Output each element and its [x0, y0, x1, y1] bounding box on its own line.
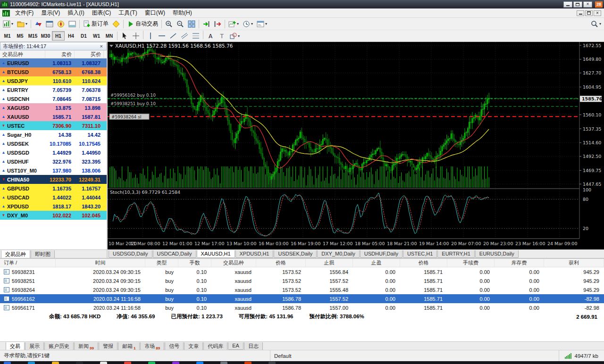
terminal-tab-7[interactable]: 信号	[165, 342, 184, 350]
market-watch-row-USDSGD[interactable]: ▲USDSGD1.449291.44950	[0, 148, 107, 157]
taskbar-icon-8[interactable]	[196, 362, 203, 364]
auto-scroll-toggle[interactable]	[201, 19, 212, 29]
taskbar-icon-1[interactable]	[28, 362, 35, 364]
market-watch-tab-0[interactable]: 交易品种	[1, 250, 30, 258]
timeframe-w1[interactable]: W1	[90, 31, 103, 41]
taskbar-icon-4[interactable]	[100, 362, 107, 364]
taskbar-icon-2[interactable]	[52, 362, 59, 364]
vertical-line-tool[interactable]	[145, 31, 156, 41]
order-row-59956162[interactable]: 599561622020.03.24 11:16:58buy0.10xauusd…	[0, 294, 604, 303]
autotrading-button[interactable]: 自动交易	[125, 19, 160, 29]
market-watch-row-XPDUSD[interactable]: ▲XPDUSD1818.171843.20	[0, 202, 107, 211]
chart-shift-toggle[interactable]	[212, 19, 223, 29]
search-button[interactable]: ▾	[589, 19, 603, 29]
market-watch-row-USDCAD[interactable]: ▲USDCAD1.440221.44044	[0, 193, 107, 202]
terminal-tab-6[interactable]: 市场89	[140, 342, 164, 350]
order-row-59938264[interactable]: 599382642020.03.24 09:30:15buy0.10xauusd…	[0, 285, 604, 294]
profiles-button[interactable]: ▾	[15, 19, 29, 29]
metaeditor-button[interactable]	[110, 19, 122, 29]
chart-tab-8[interactable]: EURTRY,H1	[437, 250, 475, 258]
zoom-out-button[interactable]	[175, 19, 186, 29]
order-row-59938231[interactable]: 599382312020.03.24 09:30:15buy0.10xauusd…	[0, 267, 604, 276]
orders-column-11[interactable]: 获利	[544, 259, 604, 267]
maximize-button[interactable]	[573, 1, 582, 8]
chart-tab-2[interactable]: XAUUSD,H1	[197, 250, 235, 258]
orders-column-1[interactable]: 时间	[56, 259, 145, 267]
timeframe-m30[interactable]: M30	[39, 31, 52, 41]
market-watch-row-XAUUSD[interactable]: ▲XAUUSD1585.711587.81	[0, 112, 107, 121]
text-tool[interactable]: A	[205, 31, 216, 41]
terminal-tab-1[interactable]: 展示	[25, 342, 44, 350]
terminal-tab-2[interactable]: 账户历史	[44, 342, 74, 350]
terminal-toggle[interactable]	[67, 19, 78, 29]
price-chart[interactable]: #59956162 buy 0.10#59938251 buy 0.10#599…	[108, 42, 603, 249]
mdi-minimize-button[interactable]	[577, 10, 584, 16]
timeframe-h4[interactable]: H4	[65, 31, 77, 41]
timeframe-d1[interactable]: D1	[77, 31, 90, 41]
new-order-button[interactable]: 新订单	[81, 19, 110, 29]
terminal-tab-4[interactable]: 警报	[99, 342, 117, 350]
market-watch-column-2[interactable]: 买价	[75, 50, 104, 58]
menu-item-6[interactable]: 帮助(H)	[169, 8, 196, 17]
taskbar-icon-9[interactable]	[220, 362, 227, 364]
terminal-tab-11[interactable]: 日志	[244, 342, 263, 350]
timeframe-mn[interactable]: MN	[103, 31, 116, 41]
market-watch-tab-1[interactable]: 即时图	[31, 250, 55, 258]
market-watch-row-Sugar_H0[interactable]: ▲Sugar_H014.3814.42	[0, 130, 107, 139]
chart-tab-7[interactable]: USTEC,H1	[403, 250, 437, 258]
market-watch-row-USDSEK[interactable]: ▲USDSEK10.1708510.17545	[0, 139, 107, 148]
minimize-button[interactable]	[563, 1, 572, 8]
taskbar-icon-6[interactable]	[148, 362, 155, 364]
orders-column-9[interactable]: 手续费	[447, 259, 495, 267]
chart-tab-9[interactable]: EURUSD,Daily	[475, 250, 519, 258]
orders-column-8[interactable]: 价格	[400, 259, 447, 267]
menu-item-0[interactable]: 文件(F)	[11, 8, 37, 17]
taskbar-icon-10[interactable]	[244, 362, 252, 364]
mdi-restore-button[interactable]	[585, 10, 593, 16]
mdi-close-button[interactable]: ×	[594, 10, 601, 16]
orders-column-0[interactable]: 订单 /	[0, 259, 56, 267]
channel-tool[interactable]	[179, 31, 190, 41]
chart-tab-1[interactable]: USDCAD,Daily	[153, 250, 196, 258]
orders-column-5[interactable]: 价格	[256, 259, 306, 267]
chart-tab-3[interactable]: XPDUSD,H1	[235, 250, 274, 258]
crosshair-tool[interactable]	[130, 31, 142, 41]
trendline-tool[interactable]	[168, 31, 179, 41]
market-watch-row-USDCNH[interactable]: ▲USDCNH7.086457.08715	[0, 94, 107, 103]
cursor-tool[interactable]	[119, 31, 130, 41]
tile-windows-button[interactable]	[186, 19, 197, 29]
menu-item-3[interactable]: 图表(C)	[88, 8, 115, 17]
market-watch-row-EURTRY[interactable]: ▲EURTRY7.057397.06378	[0, 85, 107, 94]
chart-tab-6[interactable]: USDHUF,Daily	[360, 250, 403, 258]
chart-tab-5[interactable]: DXY_M0,Daily	[317, 250, 360, 258]
chart-tab-4[interactable]: USDSEK,Daily	[274, 250, 317, 258]
market-watch-row-USTEC[interactable]: ▼USTEC7306.907311.10	[0, 121, 107, 130]
taskbar-icon-3[interactable]	[76, 362, 83, 364]
orders-column-7[interactable]: 止盈	[353, 259, 400, 267]
zoom-in-button[interactable]	[163, 19, 175, 29]
market-watch-row-BTCUSD[interactable]: ▲BTCUSD6758.136768.38	[0, 67, 107, 76]
market-watch-row-USDHUF[interactable]: ▲USDHUF322.976323.395	[0, 157, 107, 166]
market-watch-row-UST10Y_M0[interactable]: ▲UST10Y_M0137.980138.006	[0, 166, 107, 175]
taskbar-icon-7[interactable]	[172, 362, 179, 364]
terminal-tab-9[interactable]: 代码库	[203, 342, 227, 350]
market-watch-column-0[interactable]: 交易品种	[0, 50, 45, 58]
indicators-menu[interactable]: ▾	[226, 19, 241, 29]
orders-column-4[interactable]: 交易品种	[211, 259, 256, 267]
market-watch-row-XAGUSD[interactable]: ▲XAGUSD13.87513.898	[0, 103, 107, 112]
orders-column-6[interactable]: 止损	[306, 259, 353, 267]
orders-column-3[interactable]: 手数	[178, 259, 211, 267]
fibonacci-tool[interactable]	[190, 31, 201, 41]
new-chart-button[interactable]: ▾	[1, 19, 15, 29]
market-watch-row-CHINA50[interactable]: ▼CHINA5012233.7012249.31	[0, 175, 107, 184]
taskbar-icon-11[interactable]	[268, 362, 276, 364]
market-watch-row-USDJPY[interactable]: ▲USDJPY110.610110.624	[0, 76, 107, 85]
data-window-toggle[interactable]	[44, 19, 55, 29]
profile-selector[interactable]: Default	[270, 350, 559, 361]
market-watch-close-icon[interactable]: ×	[99, 44, 104, 49]
market-watch-column-1[interactable]: 卖价	[45, 50, 75, 58]
terminal-tab-5[interactable]: 邮箱1	[118, 342, 140, 350]
templates-menu[interactable]: ▾	[255, 19, 269, 29]
close-button[interactable]: ×	[583, 1, 592, 8]
taskbar-start-icon[interactable]	[4, 362, 11, 364]
